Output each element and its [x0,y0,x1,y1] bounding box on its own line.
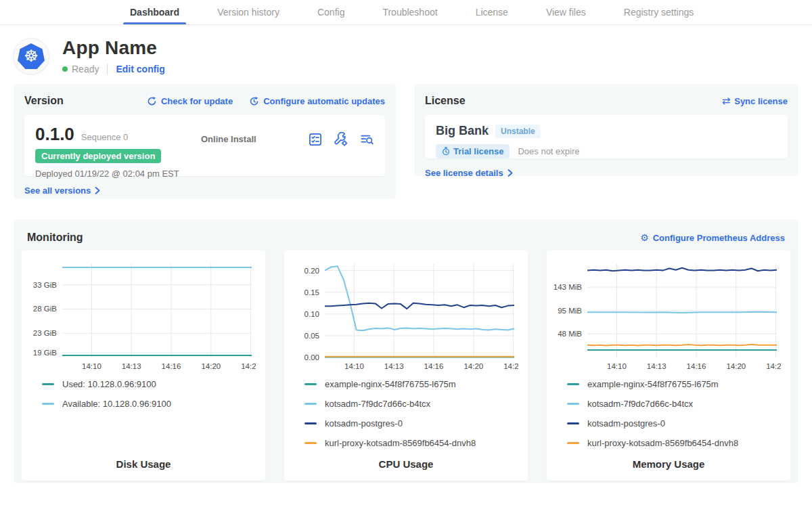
monitoring-title: Monitoring [27,232,83,244]
configure-prometheus-link[interactable]: ⚙ Configure Prometheus Address [640,232,785,243]
chevron-right-icon [95,187,100,194]
app-logo: ☸ [14,39,49,74]
cpu-usage-plot: 0.000.050.100.150.2014:1014:1314:1614:20… [291,257,518,374]
svg-text:0.05: 0.05 [304,332,319,340]
tab-view-files[interactable]: View files [539,0,593,24]
legend-dash-icon [304,383,317,385]
svg-text:48 MiB: 48 MiB [558,330,582,338]
customer-name: Big Bank [436,124,489,138]
svg-text:14:20: 14:20 [726,362,746,370]
legend-dash-icon [304,403,317,405]
svg-text:14:20: 14:20 [201,362,221,370]
svg-text:14:10: 14:10 [82,362,102,370]
channel-badge: Unstable [495,125,541,138]
svg-text:14:13: 14:13 [384,362,404,370]
legend-dash-icon [567,442,579,444]
svg-text:14:23: 14:23 [766,362,781,370]
legend-dash-icon [567,383,579,385]
trial-license-badge: Trial license [436,144,510,158]
svg-text:14:16: 14:16 [687,362,706,370]
legend-dash-icon [304,442,317,444]
svg-text:23 GiB: 23 GiB [33,329,57,337]
svg-text:19 GiB: 19 GiB [33,349,57,357]
sync-license-link[interactable]: ⇄ Sync license [722,95,788,107]
tab-version-history[interactable]: Version history [210,0,286,24]
legend-label: kotsadm-7f9dc7d66c-b4tcx [325,399,430,409]
see-license-details-link[interactable]: See license details [425,168,513,178]
svg-text:14:10: 14:10 [344,362,364,370]
svg-text:0.15: 0.15 [304,288,319,297]
version-number: 0.1.0 [35,124,74,145]
svg-text:95 MiB: 95 MiB [558,307,582,315]
configure-automatic-updates-link[interactable]: Configure automatic updates [249,96,385,106]
deployed-timestamp: Deployed 01/19/22 @ 02:04 pm EST [35,169,201,179]
disk-usage-plot: 19 GiB23 GiB28 GiB33 GiB14:1014:1314:161… [28,257,256,374]
refresh-icon [147,96,157,106]
sync-arrows-icon: ⇄ [722,95,731,107]
svg-text:28 GiB: 28 GiB [33,305,57,313]
check-for-update-link[interactable]: Check for update [147,96,233,106]
app-header: ☸ App Name Ready Edit config [0,25,812,81]
see-all-versions-link[interactable]: See all versions [24,185,100,196]
legend-item: kurl-proxy-kotsadm-8569fb6454-dnvh8 [567,438,784,448]
legend-label: kurl-proxy-kotsadm-8569fb6454-dnvh8 [325,438,476,448]
legend-item: Available: 10.128.0.96:9100 [42,399,258,409]
chart-legend: Used: 10.128.0.96:9100Available: 10.128.… [28,379,258,409]
chart-legend: example-nginx-54f8f76755-l675mkotsadm-7f… [291,379,521,448]
chart-card-disk-usage: 19 GiB23 GiB28 GiB33 GiB14:1014:1314:161… [22,250,265,481]
svg-text:143 MiB: 143 MiB [554,283,582,291]
deployed-badge: Currently deployed version [35,149,161,163]
legend-item: kotsadm-7f9dc7d66c-b4tcx [304,399,521,409]
legend-item: kotsadm-postgres-0 [304,418,521,429]
tab-troubleshoot[interactable]: Troubleshoot [376,0,444,24]
tab-registry-settings[interactable]: Registry settings [617,0,700,24]
monitoring-panel: Monitoring ⚙ Configure Prometheus Addres… [14,219,798,483]
tab-config[interactable]: Config [311,0,351,24]
svg-text:14:13: 14:13 [122,362,141,370]
svg-text:14:10: 14:10 [607,362,627,370]
edit-config-link[interactable]: Edit config [116,64,164,74]
chart-title: Memory Usage [554,458,784,481]
deploy-logs-icon[interactable] [359,132,374,167]
svg-text:0.00: 0.00 [304,353,319,361]
chart-legend: example-nginx-54f8f76755-l675mkotsadm-7f… [554,379,784,448]
tab-license[interactable]: License [469,0,515,24]
top-nav: DashboardVersion historyConfigTroublesho… [0,0,812,25]
legend-label: Used: 10.128.0.96:9100 [62,379,156,389]
memory-usage-plot: 48 MiB95 MiB143 MiB14:1014:1314:1614:201… [554,257,781,374]
legend-dash-icon [42,383,54,385]
legend-label: kotsadm-postgres-0 [325,418,403,429]
edit-config-tools-icon[interactable] [334,132,348,167]
stopwatch-icon [442,147,450,156]
page-title: App Name [62,37,165,59]
current-version-card: 0.1.0 Sequence 0 Currently deployed vers… [24,115,385,176]
legend-label: Available: 10.128.0.96:9100 [62,399,171,409]
legend-item: kotsadm-7f9dc7d66c-b4tcx [567,399,784,409]
install-type: Online Install [201,124,308,167]
divider [107,64,108,74]
legend-item: example-nginx-54f8f76755-l675m [304,379,521,389]
legend-label: kotsadm-postgres-0 [587,418,665,429]
legend-dash-icon [42,403,54,405]
tab-dashboard[interactable]: Dashboard [123,0,186,24]
svg-text:14:13: 14:13 [647,362,667,370]
svg-text:33 GiB: 33 GiB [33,281,57,289]
license-title: License [425,95,466,107]
status-text: Ready [72,64,99,74]
chevron-right-icon [508,169,513,177]
preflight-checks-icon[interactable] [308,132,323,167]
gear-icon: ⚙ [640,232,649,243]
legend-item: example-nginx-54f8f76755-l675m [567,379,784,389]
legend-label: example-nginx-54f8f76755-l675m [587,379,719,389]
svg-text:14:23: 14:23 [241,362,256,370]
legend-item: Used: 10.128.0.96:9100 [42,379,258,389]
clock-refresh-icon [249,96,259,106]
legend-label: kurl-proxy-kotsadm-8569fb6454-dnvh8 [587,438,738,448]
svg-text:14:20: 14:20 [464,362,483,370]
chart-title: Disk Usage [28,458,258,481]
chart-card-memory-usage: 48 MiB95 MiB143 MiB14:1014:1314:1614:201… [547,250,790,481]
svg-text:14:16: 14:16 [162,362,181,370]
chart-card-cpu-usage: 0.000.050.100.150.2014:1014:1314:1614:20… [284,250,528,481]
svg-text:0.10: 0.10 [304,310,319,318]
legend-item: kotsadm-postgres-0 [567,418,784,429]
